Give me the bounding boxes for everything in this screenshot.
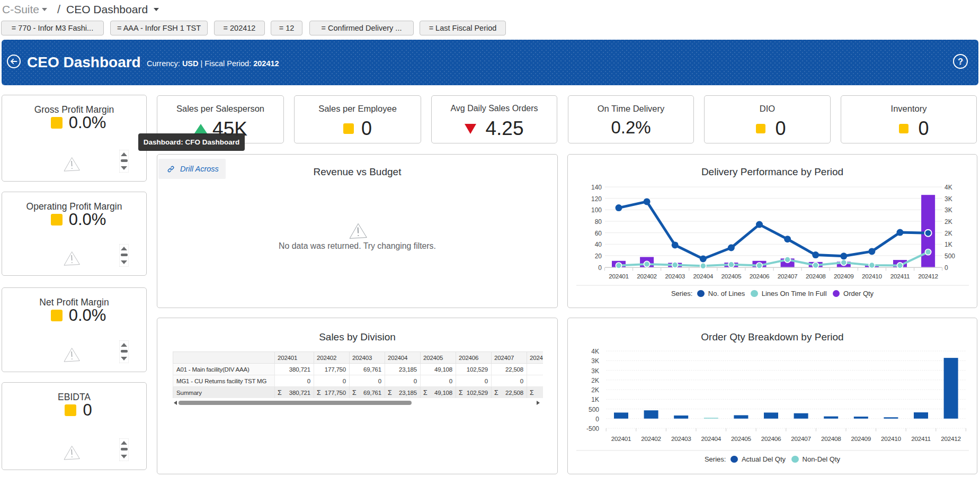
svg-text:202411: 202411 (890, 273, 910, 280)
svg-text:4K: 4K (591, 348, 599, 355)
svg-text:0: 0 (598, 264, 602, 272)
svg-text:1K: 1K (591, 396, 599, 403)
svg-text:202408: 202408 (821, 435, 841, 443)
svg-text:202410: 202410 (881, 435, 901, 443)
svg-text:202410: 202410 (862, 273, 882, 280)
svg-text:202412: 202412 (941, 435, 961, 443)
svg-text:?: ? (958, 57, 963, 66)
svg-text:202405: 202405 (721, 273, 742, 280)
svg-text:3K: 3K (945, 195, 952, 203)
svg-text:80: 80 (595, 218, 602, 226)
svg-text:60: 60 (595, 230, 602, 237)
svg-text:202407: 202407 (778, 273, 798, 280)
svg-text:0: 0 (945, 264, 948, 272)
svg-text:202405: 202405 (731, 435, 751, 443)
svg-text:202401: 202401 (611, 435, 631, 443)
svg-text:202402: 202402 (641, 435, 661, 443)
svg-text:140: 140 (591, 184, 602, 191)
svg-text:500: 500 (589, 406, 599, 413)
svg-text:100: 100 (591, 206, 602, 214)
svg-text:202404: 202404 (693, 273, 714, 280)
svg-text:202412: 202412 (918, 273, 938, 280)
svg-text:202409: 202409 (851, 435, 871, 443)
svg-text:202411: 202411 (911, 435, 931, 443)
svg-text:3K: 3K (945, 206, 952, 214)
svg-text:2K: 2K (945, 218, 952, 226)
svg-text:202403: 202403 (671, 435, 691, 443)
svg-text:40: 40 (595, 241, 602, 248)
svg-text:202404: 202404 (701, 435, 721, 443)
svg-text:120: 120 (591, 195, 602, 203)
svg-text:202402: 202402 (637, 273, 657, 280)
svg-text:202401: 202401 (609, 273, 629, 280)
svg-text:20: 20 (595, 252, 602, 260)
svg-text:0: 0 (595, 416, 599, 423)
svg-text:202406: 202406 (750, 273, 770, 280)
svg-text:202409: 202409 (834, 273, 854, 280)
svg-text:202407: 202407 (791, 435, 811, 443)
svg-text:3K: 3K (591, 367, 599, 375)
svg-text:2K: 2K (591, 377, 599, 384)
svg-text:3K: 3K (591, 357, 599, 365)
svg-text:500: 500 (945, 252, 955, 260)
svg-text:4K: 4K (945, 184, 952, 191)
svg-text:2K: 2K (591, 386, 599, 394)
svg-text:-500: -500 (586, 425, 599, 432)
svg-text:202406: 202406 (761, 435, 781, 443)
svg-text:202403: 202403 (665, 273, 685, 280)
svg-text:1K: 1K (945, 241, 952, 248)
svg-text:202408: 202408 (806, 273, 826, 280)
svg-text:2K: 2K (945, 230, 952, 237)
